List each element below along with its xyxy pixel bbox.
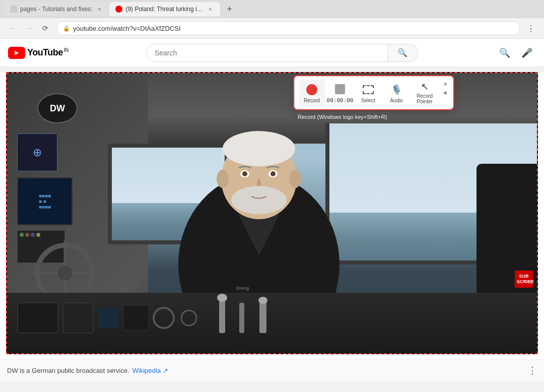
select-label: Select bbox=[361, 98, 375, 103]
record-button[interactable]: Record Record (Windows logo key+Shift+R) bbox=[299, 80, 325, 106]
capture-close-button[interactable]: × bbox=[440, 79, 451, 90]
search-button[interactable]: 🔍 bbox=[388, 44, 418, 62]
back-button[interactable]: ← bbox=[6, 21, 20, 35]
svg-point-24 bbox=[181, 310, 196, 325]
pointer-icon: ↖ bbox=[418, 81, 432, 92]
timer-display: 00:00:00 bbox=[327, 97, 354, 104]
svg-point-26 bbox=[217, 294, 227, 302]
svg-point-17 bbox=[57, 266, 73, 281]
svg-point-10 bbox=[231, 186, 287, 214]
svg-point-7 bbox=[242, 171, 247, 176]
stop-square bbox=[335, 84, 345, 94]
search-icon-button[interactable]: 🔍 bbox=[496, 44, 514, 62]
youtube-logo[interactable]: ▶ YouTubeIN bbox=[8, 47, 69, 59]
url-text: youtube.com/watch?v=DtAaXfZDCSI bbox=[73, 25, 181, 32]
refresh-button[interactable]: ⟳ bbox=[38, 21, 52, 35]
svg-point-4 bbox=[217, 170, 229, 188]
video-container[interactable]: ⊕ ■■■■■ ■■■■■ bbox=[6, 72, 538, 354]
search-bar[interactable] bbox=[146, 44, 388, 62]
search-input[interactable] bbox=[147, 44, 387, 61]
youtube-country-code: IN bbox=[64, 47, 69, 53]
svg-rect-28 bbox=[259, 300, 266, 333]
capture-toolbar: × Record Record (Windows logo key+Shift+… bbox=[294, 76, 453, 109]
tab-1-favicon bbox=[10, 6, 17, 13]
tab-2-title: (9) Poland: Threat lurking in... bbox=[125, 6, 203, 13]
record-dot bbox=[306, 84, 317, 95]
stop-button[interactable]: 00:00:00 bbox=[327, 80, 353, 106]
wikipedia-link-text: Wikipedia bbox=[132, 367, 161, 374]
address-bar: ← → ⟳ 🔒 youtube.com/watch?v=DtAaXfZDCSI … bbox=[0, 18, 544, 38]
lock-icon: 🔒 bbox=[63, 25, 70, 32]
youtube-play-icon: ▶ bbox=[15, 50, 19, 55]
browser-chrome: pages - Tutorials and fixes: × (9) Polan… bbox=[0, 0, 544, 39]
svg-point-3 bbox=[223, 131, 295, 166]
forward-button[interactable]: → bbox=[22, 21, 36, 35]
svg-rect-21 bbox=[98, 308, 118, 328]
youtube-logo-icon: ▶ bbox=[8, 47, 25, 59]
audio-icon: 🎙️ bbox=[389, 83, 403, 97]
nav-display: ⊕ bbox=[17, 134, 57, 171]
record-label: Record bbox=[304, 98, 320, 103]
youtube-search: 🔍 bbox=[77, 44, 488, 62]
capture-expand-button[interactable]: ◄ bbox=[441, 89, 449, 97]
monitor-display: ■■■■■ ■■■■■ bbox=[17, 177, 73, 225]
info-bar: DW is a German public broadcast service.… bbox=[0, 359, 544, 381]
svg-rect-22 bbox=[123, 305, 149, 331]
tab-2[interactable]: (9) Poland: Threat lurking in... × bbox=[109, 2, 220, 16]
dw-logo-overlay: DW bbox=[37, 93, 78, 123]
select-icon bbox=[361, 83, 375, 97]
youtube-header: ▶ YouTubeIN 🔍 🔍 🎤 bbox=[0, 39, 544, 67]
dashboard-svg bbox=[7, 293, 537, 353]
audio-button[interactable]: 🎙️ Audio bbox=[383, 80, 410, 106]
tab-1[interactable]: pages - Tutorials and fixes: × bbox=[4, 2, 109, 16]
info-text: DW is a German public broadcast service. bbox=[7, 367, 129, 374]
tab-2-close[interactable]: × bbox=[206, 5, 214, 13]
select-dashed-rect bbox=[363, 85, 374, 94]
svg-text:Diving: Diving bbox=[236, 286, 249, 291]
select-button[interactable]: Select bbox=[355, 80, 381, 106]
more-options-button[interactable]: ⋮ bbox=[528, 365, 537, 376]
svg-rect-20 bbox=[63, 303, 93, 333]
svg-point-23 bbox=[154, 308, 174, 328]
youtube-logo-text: YouTubeIN bbox=[27, 47, 69, 58]
tab-bar: pages - Tutorials and fixes: × (9) Polan… bbox=[0, 0, 544, 18]
svg-rect-19 bbox=[18, 303, 58, 333]
url-bar[interactable]: 🔒 youtube.com/watch?v=DtAaXfZDCSI bbox=[56, 21, 520, 35]
tab-1-close[interactable]: × bbox=[95, 5, 103, 13]
dashboard bbox=[7, 293, 537, 353]
nav-buttons: ← → ⟳ bbox=[6, 21, 52, 35]
main-content: × Record Record (Windows logo key+Shift+… bbox=[0, 72, 544, 381]
new-tab-button[interactable]: + bbox=[222, 2, 236, 16]
svg-rect-25 bbox=[219, 298, 225, 333]
header-actions: 🔍 🎤 bbox=[496, 44, 536, 62]
extensions-button[interactable]: ⋮ bbox=[524, 21, 538, 35]
audio-label: Audio bbox=[390, 98, 403, 103]
wikipedia-link[interactable]: Wikipedia ↗ bbox=[132, 367, 168, 374]
tab-2-favicon bbox=[115, 6, 122, 13]
svg-point-9 bbox=[270, 171, 276, 176]
wikipedia-external-icon: ↗ bbox=[163, 367, 168, 374]
svg-rect-27 bbox=[239, 303, 244, 333]
tab-1-title: pages - Tutorials and fixes: bbox=[20, 6, 92, 13]
browser-actions: ⋮ bbox=[524, 21, 538, 35]
svg-point-5 bbox=[289, 170, 301, 188]
stop-icon bbox=[333, 82, 347, 96]
mic-icon-button[interactable]: 🎤 bbox=[518, 44, 536, 62]
record-icon bbox=[305, 83, 319, 97]
video-scene: ⊕ ■■■■■ ■■■■■ bbox=[7, 73, 537, 353]
svg-point-29 bbox=[258, 297, 267, 304]
record-pointer-button[interactable]: ↖ RecordPointer bbox=[412, 80, 438, 106]
subscribe-badge[interactable]: SUBSCRIBE bbox=[515, 271, 533, 288]
record-pointer-label: RecordPointer bbox=[417, 93, 433, 104]
